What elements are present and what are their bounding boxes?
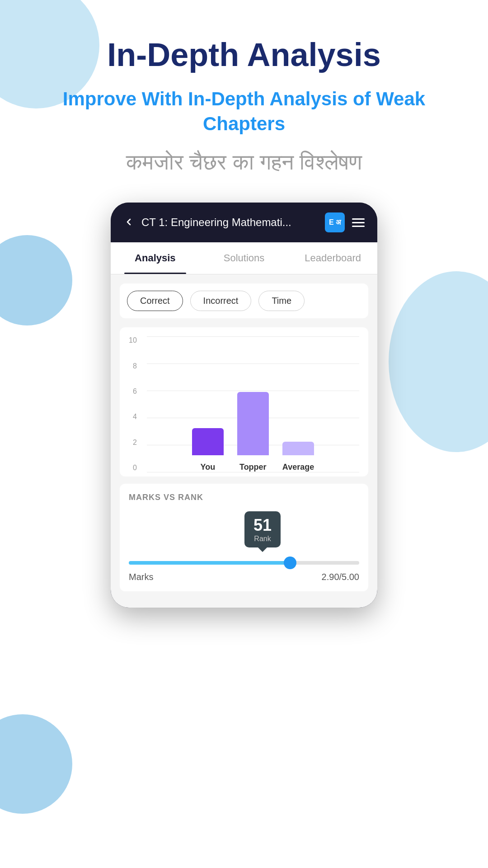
marks-rank-section: MARKS VS RANK 51 Rank [120,484,368,591]
bar-you-label: You [200,462,215,472]
phone-header: CT 1: Engineering Mathemati... E अ [111,203,377,242]
slider-container[interactable] [129,561,359,565]
hindi-subtitle: कमजोर चैछर का गहन विश्लेषण [126,150,362,175]
marks-row: Marks 2.90/5.00 [129,572,359,582]
tab-solutions[interactable]: Solutions [200,242,289,274]
rank-bubble: 51 Rank [244,511,281,547]
bar-you: You [192,428,224,472]
tab-leaderboard[interactable]: Leaderboard [288,242,377,274]
bar-topper-label: Topper [239,462,267,472]
y-label-4: 4 [133,413,137,421]
tab-analysis[interactable]: Analysis [111,242,200,274]
marks-label: Marks [129,572,153,582]
back-button[interactable] [123,214,134,231]
tab-bar: Analysis Solutions Leaderboard [111,242,377,274]
chart-container: 10 8 6 4 2 0 [120,327,368,476]
y-label-2: 2 [133,439,137,447]
y-label-8: 8 [133,362,137,370]
bar-average-label: Average [282,462,314,472]
app-icon: E अ [325,212,345,232]
bg-decoration-bottom-left [0,714,72,814]
y-label-6: 6 [133,387,137,396]
filter-correct[interactable]: Correct [127,291,183,311]
y-axis: 10 8 6 4 2 0 [129,336,141,472]
bar-average-rect [282,442,314,455]
filter-incorrect[interactable]: Incorrect [190,291,252,311]
marks-rank-title: MARKS VS RANK [129,493,359,502]
y-label-0: 0 [133,464,137,472]
slider-track [129,561,359,565]
filter-time[interactable]: Time [258,291,305,311]
slider-thumb[interactable] [284,557,296,569]
bar-topper-rect [237,392,269,455]
phone-mockup: CT 1: Engineering Mathemati... E अ Analy… [111,203,377,608]
header-title: CT 1: Engineering Mathemati... [141,216,318,229]
rank-label: Rank [254,535,271,542]
subtitle: Improve With In-Depth Analysis of Weak C… [0,87,488,136]
menu-button[interactable] [352,218,365,227]
bar-you-rect [192,428,224,455]
rank-number: 51 [253,516,272,535]
bars-wrapper: You Topper Average [147,336,359,472]
y-label-10: 10 [129,336,137,344]
filter-row: Correct Incorrect Time [120,283,368,318]
grid-line-bottom [147,472,359,472]
chart-area: 10 8 6 4 2 0 [129,336,359,472]
bar-topper: Topper [237,392,269,472]
main-title: In-Depth Analysis [107,36,380,73]
marks-value: 2.90/5.00 [322,572,359,582]
phone-body: Correct Incorrect Time 10 8 6 4 2 0 [111,274,377,608]
bar-average: Average [282,442,314,472]
